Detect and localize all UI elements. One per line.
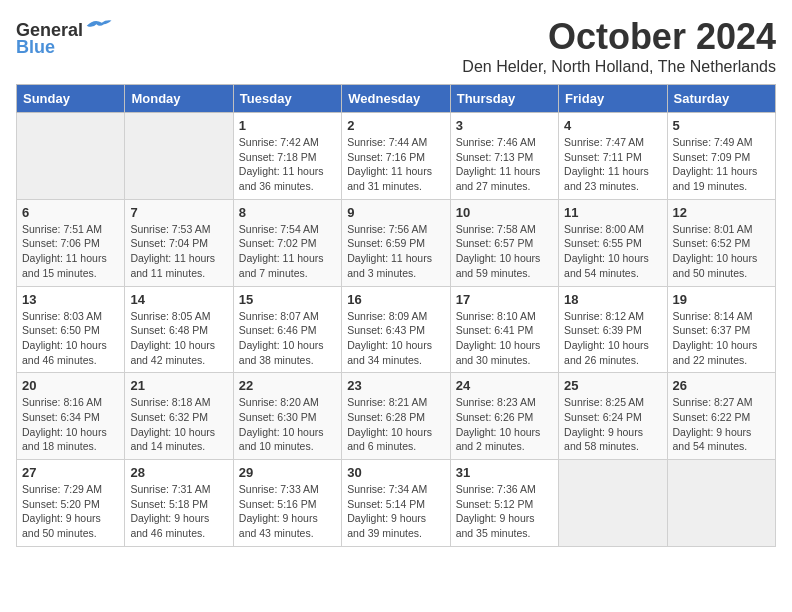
day-number: 18 <box>564 292 661 307</box>
day-cell: 7Sunrise: 7:53 AM Sunset: 7:04 PM Daylig… <box>125 199 233 286</box>
day-number: 20 <box>22 378 119 393</box>
day-number: 7 <box>130 205 227 220</box>
day-number: 6 <box>22 205 119 220</box>
day-cell: 30Sunrise: 7:34 AM Sunset: 5:14 PM Dayli… <box>342 460 450 547</box>
day-info: Sunrise: 7:49 AM Sunset: 7:09 PM Dayligh… <box>673 135 770 194</box>
day-info: Sunrise: 8:10 AM Sunset: 6:41 PM Dayligh… <box>456 309 553 368</box>
day-number: 1 <box>239 118 336 133</box>
day-info: Sunrise: 8:07 AM Sunset: 6:46 PM Dayligh… <box>239 309 336 368</box>
header-friday: Friday <box>559 85 667 113</box>
day-info: Sunrise: 7:56 AM Sunset: 6:59 PM Dayligh… <box>347 222 444 281</box>
day-info: Sunrise: 8:23 AM Sunset: 6:26 PM Dayligh… <box>456 395 553 454</box>
day-info: Sunrise: 7:44 AM Sunset: 7:16 PM Dayligh… <box>347 135 444 194</box>
day-cell: 8Sunrise: 7:54 AM Sunset: 7:02 PM Daylig… <box>233 199 341 286</box>
header-monday: Monday <box>125 85 233 113</box>
title-section: October 2024 Den Helder, North Holland, … <box>462 16 776 76</box>
day-number: 9 <box>347 205 444 220</box>
day-cell: 22Sunrise: 8:20 AM Sunset: 6:30 PM Dayli… <box>233 373 341 460</box>
day-cell: 31Sunrise: 7:36 AM Sunset: 5:12 PM Dayli… <box>450 460 558 547</box>
day-info: Sunrise: 8:16 AM Sunset: 6:34 PM Dayligh… <box>22 395 119 454</box>
day-number: 31 <box>456 465 553 480</box>
day-cell <box>559 460 667 547</box>
day-number: 25 <box>564 378 661 393</box>
day-cell <box>125 113 233 200</box>
day-number: 15 <box>239 292 336 307</box>
day-cell: 9Sunrise: 7:56 AM Sunset: 6:59 PM Daylig… <box>342 199 450 286</box>
day-cell: 19Sunrise: 8:14 AM Sunset: 6:37 PM Dayli… <box>667 286 775 373</box>
day-cell: 4Sunrise: 7:47 AM Sunset: 7:11 PM Daylig… <box>559 113 667 200</box>
week-row-5: 27Sunrise: 7:29 AM Sunset: 5:20 PM Dayli… <box>17 460 776 547</box>
logo: General Blue <box>16 16 113 58</box>
day-info: Sunrise: 8:18 AM Sunset: 6:32 PM Dayligh… <box>130 395 227 454</box>
week-row-4: 20Sunrise: 8:16 AM Sunset: 6:34 PM Dayli… <box>17 373 776 460</box>
day-info: Sunrise: 7:34 AM Sunset: 5:14 PM Dayligh… <box>347 482 444 541</box>
header-sunday: Sunday <box>17 85 125 113</box>
day-cell: 12Sunrise: 8:01 AM Sunset: 6:52 PM Dayli… <box>667 199 775 286</box>
day-info: Sunrise: 8:01 AM Sunset: 6:52 PM Dayligh… <box>673 222 770 281</box>
header-tuesday: Tuesday <box>233 85 341 113</box>
day-cell: 16Sunrise: 8:09 AM Sunset: 6:43 PM Dayli… <box>342 286 450 373</box>
day-info: Sunrise: 7:51 AM Sunset: 7:06 PM Dayligh… <box>22 222 119 281</box>
day-number: 24 <box>456 378 553 393</box>
month-title: October 2024 <box>462 16 776 58</box>
day-number: 11 <box>564 205 661 220</box>
day-number: 4 <box>564 118 661 133</box>
day-cell: 15Sunrise: 8:07 AM Sunset: 6:46 PM Dayli… <box>233 286 341 373</box>
page-header: General Blue October 2024 Den Helder, No… <box>16 16 776 76</box>
calendar-table: Sunday Monday Tuesday Wednesday Thursday… <box>16 84 776 547</box>
header-thursday: Thursday <box>450 85 558 113</box>
day-info: Sunrise: 7:42 AM Sunset: 7:18 PM Dayligh… <box>239 135 336 194</box>
logo-bird-icon <box>83 16 113 36</box>
day-cell: 26Sunrise: 8:27 AM Sunset: 6:22 PM Dayli… <box>667 373 775 460</box>
day-number: 22 <box>239 378 336 393</box>
day-info: Sunrise: 8:12 AM Sunset: 6:39 PM Dayligh… <box>564 309 661 368</box>
day-number: 28 <box>130 465 227 480</box>
day-cell: 1Sunrise: 7:42 AM Sunset: 7:18 PM Daylig… <box>233 113 341 200</box>
day-cell <box>667 460 775 547</box>
day-info: Sunrise: 7:47 AM Sunset: 7:11 PM Dayligh… <box>564 135 661 194</box>
day-number: 5 <box>673 118 770 133</box>
day-info: Sunrise: 8:25 AM Sunset: 6:24 PM Dayligh… <box>564 395 661 454</box>
day-cell: 3Sunrise: 7:46 AM Sunset: 7:13 PM Daylig… <box>450 113 558 200</box>
day-cell: 17Sunrise: 8:10 AM Sunset: 6:41 PM Dayli… <box>450 286 558 373</box>
day-number: 16 <box>347 292 444 307</box>
day-number: 23 <box>347 378 444 393</box>
day-cell: 23Sunrise: 8:21 AM Sunset: 6:28 PM Dayli… <box>342 373 450 460</box>
day-number: 8 <box>239 205 336 220</box>
day-info: Sunrise: 8:00 AM Sunset: 6:55 PM Dayligh… <box>564 222 661 281</box>
day-number: 19 <box>673 292 770 307</box>
day-cell: 27Sunrise: 7:29 AM Sunset: 5:20 PM Dayli… <box>17 460 125 547</box>
logo-blue: Blue <box>16 37 55 58</box>
day-cell: 18Sunrise: 8:12 AM Sunset: 6:39 PM Dayli… <box>559 286 667 373</box>
day-number: 27 <box>22 465 119 480</box>
header-wednesday: Wednesday <box>342 85 450 113</box>
day-info: Sunrise: 7:29 AM Sunset: 5:20 PM Dayligh… <box>22 482 119 541</box>
day-number: 12 <box>673 205 770 220</box>
day-number: 30 <box>347 465 444 480</box>
day-cell: 6Sunrise: 7:51 AM Sunset: 7:06 PM Daylig… <box>17 199 125 286</box>
day-cell: 20Sunrise: 8:16 AM Sunset: 6:34 PM Dayli… <box>17 373 125 460</box>
day-info: Sunrise: 7:53 AM Sunset: 7:04 PM Dayligh… <box>130 222 227 281</box>
location: Den Helder, North Holland, The Netherlan… <box>462 58 776 76</box>
header-saturday: Saturday <box>667 85 775 113</box>
day-cell: 29Sunrise: 7:33 AM Sunset: 5:16 PM Dayli… <box>233 460 341 547</box>
week-row-2: 6Sunrise: 7:51 AM Sunset: 7:06 PM Daylig… <box>17 199 776 286</box>
day-cell: 25Sunrise: 8:25 AM Sunset: 6:24 PM Dayli… <box>559 373 667 460</box>
day-number: 29 <box>239 465 336 480</box>
day-cell: 10Sunrise: 7:58 AM Sunset: 6:57 PM Dayli… <box>450 199 558 286</box>
day-number: 3 <box>456 118 553 133</box>
day-number: 10 <box>456 205 553 220</box>
day-info: Sunrise: 8:20 AM Sunset: 6:30 PM Dayligh… <box>239 395 336 454</box>
day-cell: 2Sunrise: 7:44 AM Sunset: 7:16 PM Daylig… <box>342 113 450 200</box>
day-info: Sunrise: 7:36 AM Sunset: 5:12 PM Dayligh… <box>456 482 553 541</box>
day-number: 13 <box>22 292 119 307</box>
week-row-3: 13Sunrise: 8:03 AM Sunset: 6:50 PM Dayli… <box>17 286 776 373</box>
day-number: 17 <box>456 292 553 307</box>
day-info: Sunrise: 7:54 AM Sunset: 7:02 PM Dayligh… <box>239 222 336 281</box>
day-number: 26 <box>673 378 770 393</box>
day-number: 14 <box>130 292 227 307</box>
day-info: Sunrise: 8:27 AM Sunset: 6:22 PM Dayligh… <box>673 395 770 454</box>
day-number: 2 <box>347 118 444 133</box>
day-cell: 24Sunrise: 8:23 AM Sunset: 6:26 PM Dayli… <box>450 373 558 460</box>
week-row-1: 1Sunrise: 7:42 AM Sunset: 7:18 PM Daylig… <box>17 113 776 200</box>
